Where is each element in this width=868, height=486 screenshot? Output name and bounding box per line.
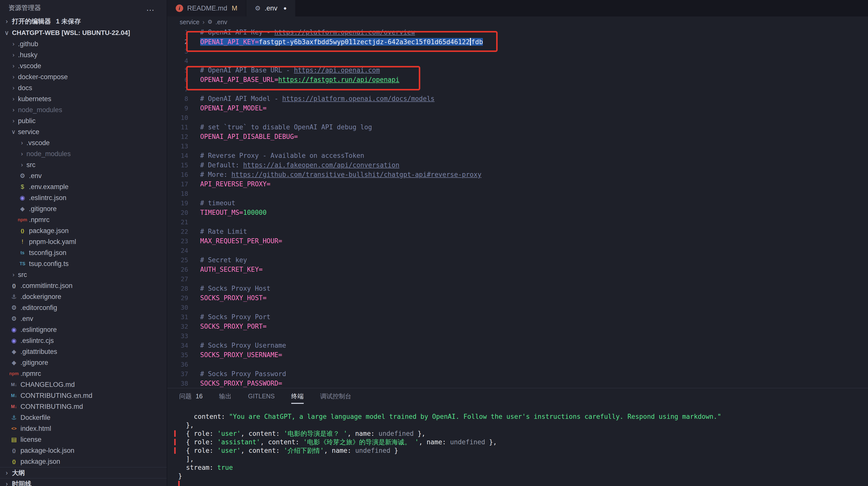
tree-folder-src[interactable]: ›src [0, 269, 167, 280]
code-line-2[interactable]: 2OPENAI_API_KEY=fastgpt-y6b3axfbdd5wyp01… [167, 37, 868, 47]
code-line-7[interactable]: 7 [167, 84, 868, 94]
code-line-29[interactable]: 29SOCKS_PROXY_HOST= [167, 293, 868, 303]
line-text: OPENAI_API_KEY=fastgpt-y6b3axfbdd5wyp011… [200, 38, 483, 46]
tree-file-package.json[interactable]: {}package.json [0, 456, 167, 467]
terminal-output[interactable]: content: "You are ChatGPT, a large langu… [167, 404, 868, 486]
code-line-14[interactable]: 14# Reverse Proxy - Available on accessT… [167, 151, 868, 160]
code-line-8[interactable]: 8# OpenAI API Model - https://platform.o… [167, 94, 868, 104]
tree-folder-.vscode[interactable]: ›.vscode [0, 60, 167, 72]
tree-folder-node_modules[interactable]: ›node_modules [0, 105, 167, 115]
breadcrumb-item-env[interactable]: .env [215, 19, 227, 26]
code-line-35[interactable]: 35SOCKS_PROXY_USERNAME= [167, 350, 868, 360]
code-line-37[interactable]: 37# Socks Proxy Password [167, 369, 868, 379]
code-line-21[interactable]: 21 [167, 217, 868, 227]
code-line-3[interactable]: 3 [167, 47, 868, 56]
code-line-22[interactable]: 22# Rate Limit [167, 227, 868, 236]
timeline-section-header[interactable]: › 时间线 [0, 478, 167, 486]
tree-file-package-lock.json[interactable]: {}package-lock.json [0, 445, 167, 456]
tree-file-.gitignore[interactable]: ◆.gitignore [0, 203, 167, 214]
more-actions-icon[interactable]: … [146, 3, 155, 13]
open-editors-header[interactable]: › 打开的编辑器 1 未保存 [0, 16, 167, 27]
tree-folder-.husky[interactable]: ›.husky [0, 50, 167, 60]
panel-tab-problems[interactable]: 问题16 [179, 388, 203, 404]
code-line-24[interactable]: 24 [167, 246, 868, 255]
code-line-5[interactable]: 5# OpenAI API Base URL - https://api.ope… [167, 65, 868, 75]
code-line-28[interactable]: 28# Socks Proxy Host [167, 284, 868, 293]
tree-file-.eslintrc.cjs[interactable]: ◉.eslintrc.cjs [0, 335, 167, 346]
tree-folder-src[interactable]: ›src [0, 159, 167, 170]
code-line-30[interactable]: 30 [167, 303, 868, 312]
tree-file-Dockerfile[interactable]: ⚓Dockerfile [0, 412, 167, 423]
code-line-16[interactable]: 16# More: https://github.com/transitive-… [167, 170, 868, 179]
tree-folder-kubernetes[interactable]: ›kubernetes [0, 93, 167, 105]
tree-file-package.json[interactable]: {}package.json [0, 225, 167, 236]
code-line-31[interactable]: 31# Socks Proxy Port [167, 312, 868, 322]
code-line-12[interactable]: 12OPENAI_API_DISABLE_DEBUG= [167, 132, 868, 141]
tab-readme-md[interactable]: i README.md M [167, 0, 246, 17]
tree-file-.npmrc[interactable]: npm.npmrc [0, 368, 167, 379]
tab-env[interactable]: ⚙ .env ● [246, 0, 296, 17]
tree-file-pnpm-lock.yaml[interactable]: !pnpm-lock.yaml [0, 236, 167, 247]
panel-tab-debug-console[interactable]: 调试控制台 [320, 388, 351, 404]
code-line-36[interactable]: 36 [167, 360, 868, 369]
tree-folder-node_modules[interactable]: ›node_modules [0, 148, 167, 159]
code-line-32[interactable]: 32SOCKS_PROXY_PORT= [167, 322, 868, 331]
tree-file-CONTRIBUTING.en.md[interactable]: M↓CONTRIBUTING.en.md [0, 390, 167, 401]
tree-file-license[interactable]: ▤license [0, 434, 167, 445]
code-line-6[interactable]: 6OPENAI_API_BASE_URL=https://fastgpt.run… [167, 75, 868, 84]
tree-folder-.github[interactable]: ›.github [0, 38, 167, 50]
tree-folder-service[interactable]: ∨service [0, 126, 167, 137]
unsaved-dot-icon[interactable]: ● [283, 5, 286, 11]
tree-file-.editorconfig[interactable]: ⚙.editorconfig [0, 302, 167, 313]
code-line-33[interactable]: 33 [167, 331, 868, 341]
outline-section-header[interactable]: › 大纲 [0, 467, 167, 478]
code-line-13[interactable]: 13 [167, 141, 868, 151]
tree-folder-public[interactable]: ›public [0, 115, 167, 126]
tree-file-.env.example[interactable]: $.env.example [0, 181, 167, 192]
code-line-1[interactable]: 1# OpenAI API Key - https://platform.ope… [167, 27, 868, 37]
code-line-25[interactable]: 25# Secret key [167, 255, 868, 265]
code-line-23[interactable]: 23MAX_REQUEST_PER_HOUR= [167, 236, 868, 246]
tree-file-tsconfig.json[interactable]: tstsconfig.json [0, 247, 167, 258]
tree-file-.eslintrc.json[interactable]: ◉.eslintrc.json [0, 192, 167, 203]
eslint-icon: ◉ [9, 337, 19, 344]
tree-folder-docker-compose[interactable]: ›docker-compose [0, 72, 167, 82]
tree-file-CONTRIBUTING.md[interactable]: M↓CONTRIBUTING.md [0, 401, 167, 412]
breadcrumb-item-service[interactable]: service [180, 19, 199, 26]
tree-file-CHANGELOG.md[interactable]: M↓CHANGELOG.md [0, 379, 167, 390]
code-line-17[interactable]: 17API_REVERSE_PROXY= [167, 179, 868, 189]
code-line-38[interactable]: 38SOCKS_PROXY_PASSWORD= [167, 379, 868, 388]
tree-folder-.vscode[interactable]: ›.vscode [0, 137, 167, 148]
line-text: # Socks Proxy Username [200, 342, 286, 349]
tree-file-.gitattributes[interactable]: ◆.gitattributes [0, 346, 167, 357]
tree-file-.gitignore[interactable]: ◆.gitignore [0, 357, 167, 368]
gear-icon: ⚙ [208, 19, 213, 25]
panel-tab-gitlens[interactable]: GITLENS [248, 388, 275, 404]
tree-folder-docs[interactable]: ›docs [0, 82, 167, 93]
tree-file-.env[interactable]: ⚙.env [0, 313, 167, 324]
code-line-19[interactable]: 19# timeout [167, 198, 868, 208]
code-line-34[interactable]: 34# Socks Proxy Username [167, 341, 868, 350]
tree-file-index.html[interactable]: <>index.html [0, 423, 167, 434]
unsaved-count-badge: 1 未保存 [56, 17, 81, 26]
code-line-11[interactable]: 11# set `true` to disable OpenAI API deb… [167, 122, 868, 132]
tree-file-.commitlintrc.json[interactable]: {}.commitlintrc.json [0, 280, 167, 291]
code-line-10[interactable]: 10 [167, 113, 868, 122]
tree-item-label: Dockerfile [21, 414, 51, 422]
code-line-26[interactable]: 26AUTH_SECRET_KEY= [167, 265, 868, 274]
code-line-27[interactable]: 27 [167, 274, 868, 284]
tree-file-.dockerignore[interactable]: ⚓.dockerignore [0, 291, 167, 302]
tree-file-.env[interactable]: ⚙.env [0, 170, 167, 181]
code-line-15[interactable]: 15# Default: https://ai.fakeopen.com/api… [167, 160, 868, 170]
project-root-header[interactable]: ∨ CHATGPT-WEB [WSL: UBUNTU-22.04] [0, 27, 167, 38]
code-line-9[interactable]: 9OPENAI_API_MODEL= [167, 104, 868, 113]
panel-tab-terminal[interactable]: 终端 [291, 388, 304, 404]
tree-file-tsup.config.ts[interactable]: TStsup.config.ts [0, 258, 167, 269]
panel-tab-output[interactable]: 输出 [219, 388, 231, 404]
code-line-4[interactable]: 4 [167, 56, 868, 65]
tree-file-.eslintignore[interactable]: ◉.eslintignore [0, 324, 167, 335]
outline-label: 大纲 [12, 468, 25, 477]
code-line-18[interactable]: 18 [167, 189, 868, 198]
tree-file-.npmrc[interactable]: npm.npmrc [0, 214, 167, 225]
code-line-20[interactable]: 20TIMEOUT_MS=100000 [167, 208, 868, 217]
